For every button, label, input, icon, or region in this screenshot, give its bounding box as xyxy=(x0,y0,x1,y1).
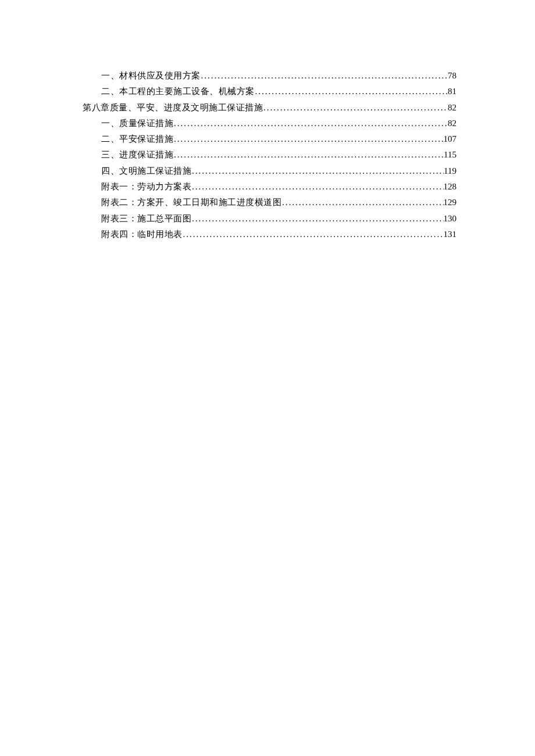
toc-title: 一、质量保证措施 xyxy=(101,116,173,131)
toc-page-number: 129 xyxy=(444,195,457,210)
toc-leader-dots xyxy=(183,227,444,242)
toc-leader-dots xyxy=(191,212,444,227)
toc-title: 一、材料供应及使用方案 xyxy=(101,69,201,84)
toc-title: 三、进度保证措施 xyxy=(101,148,173,163)
toc-page-number: 81 xyxy=(448,84,456,99)
toc-title: 二、平安保证措施 xyxy=(101,132,173,147)
toc-entry: 附表四：临时用地表 131 xyxy=(101,227,456,242)
toc-entry: 四、文明施工保证措施 119 xyxy=(101,164,456,179)
toc-leader-dots xyxy=(191,180,444,195)
toc-leader-dots xyxy=(173,132,444,147)
toc-entry: 附表三：施工总平面图 130 xyxy=(101,212,456,227)
toc-page-number: 78 xyxy=(448,69,456,84)
toc-title: 第八章质量、平安、进度及文明施工保证措施 xyxy=(83,101,263,116)
toc-entry: 附表一：劳动力方案表 128 xyxy=(101,180,456,195)
toc-page-number: 115 xyxy=(444,148,456,163)
toc-title: 二、本工程的主要施工设备、机械方案 xyxy=(101,84,255,99)
toc-page-number: 119 xyxy=(444,164,456,179)
table-of-contents: 一、材料供应及使用方案 78 二、本工程的主要施工设备、机械方案 81 第八章质… xyxy=(83,69,456,242)
toc-entry: 一、质量保证措施 82 xyxy=(101,116,456,131)
toc-entry: 附表二：方案开、竣工日期和施工进度横道图 129 xyxy=(101,195,456,210)
toc-title: 附表一：劳动力方案表 xyxy=(101,180,191,195)
toc-page-number: 82 xyxy=(448,101,456,116)
toc-leader-dots xyxy=(281,195,444,210)
toc-leader-dots xyxy=(173,116,448,131)
toc-entry: 一、材料供应及使用方案 78 xyxy=(101,69,456,84)
toc-entry: 二、本工程的主要施工设备、机械方案 81 xyxy=(101,84,456,99)
toc-page-number: 128 xyxy=(444,180,457,195)
toc-leader-dots xyxy=(173,148,444,163)
toc-title: 四、文明施工保证措施 xyxy=(101,164,191,179)
toc-title: 附表三：施工总平面图 xyxy=(101,212,191,227)
toc-page-number: 82 xyxy=(448,116,456,131)
toc-entry-chapter: 第八章质量、平安、进度及文明施工保证措施 82 xyxy=(83,101,456,116)
toc-title: 附表四：临时用地表 xyxy=(101,227,183,242)
toc-entry: 三、进度保证措施 115 xyxy=(101,148,456,163)
toc-entry: 二、平安保证措施 107 xyxy=(101,132,456,147)
toc-leader-dots xyxy=(201,69,448,84)
toc-title: 附表二：方案开、竣工日期和施工进度横道图 xyxy=(101,195,281,210)
toc-leader-dots xyxy=(191,164,444,179)
toc-page-number: 130 xyxy=(444,212,457,227)
toc-leader-dots xyxy=(263,101,448,116)
toc-page-number: 131 xyxy=(444,227,457,242)
toc-page-number: 107 xyxy=(444,132,457,147)
toc-leader-dots xyxy=(255,84,448,99)
